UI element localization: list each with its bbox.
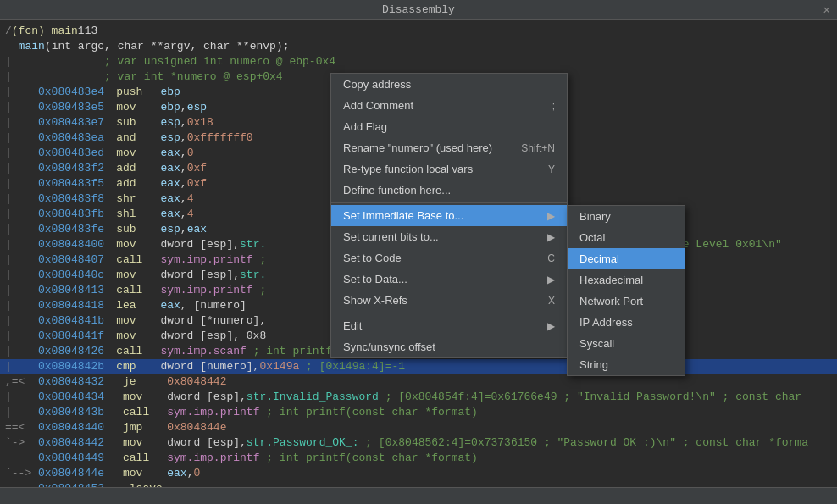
sub-syscall[interactable]: Syscall xyxy=(568,333,685,354)
code-line: | 0x0804843b callsym.imp.printf ; int pr… xyxy=(0,405,837,420)
disassembly-area: / (fcn) main 113 main (int argc, char **… xyxy=(0,20,837,487)
ctx-retype[interactable]: Re-type function local vars Y xyxy=(331,158,567,180)
ctx-separator-2 xyxy=(331,313,567,313)
ctx-set-to-code[interactable]: Set to Code C xyxy=(331,247,567,269)
ctx-set-immediate-base[interactable]: Set Immediate Base to... ▶ Binary Octal … xyxy=(331,205,567,226)
code-line: 0x08048453 leave xyxy=(0,481,837,487)
title-bar: Disassembly ✕ xyxy=(0,0,837,20)
code-line: ==< 0x08048440 jmp0x804844e xyxy=(0,420,837,435)
code-line: 0x08048449 callsym.imp.printf ; int prin… xyxy=(0,451,837,466)
ctx-edit[interactable]: Edit ▶ xyxy=(331,315,567,336)
sub-ip-address[interactable]: IP Address xyxy=(568,312,685,333)
code-line: | ; var unsigned int numero @ ebp-0x4 xyxy=(0,54,837,69)
sub-network-port[interactable]: Network Port xyxy=(568,291,685,312)
ctx-rename[interactable]: Rename "numero" (used here) Shift+N xyxy=(331,137,567,158)
ctx-define-function[interactable]: Define function here... xyxy=(331,180,567,201)
ctx-set-to-data[interactable]: Set to Data... ▶ xyxy=(331,269,567,290)
code-line: | 0x08048434 movdword [esp], str.Invalid… xyxy=(0,390,837,405)
submenu-immediate-base: Binary Octal Decimal Hexadecimal Network… xyxy=(567,205,685,376)
ctx-show-xrefs[interactable]: Show X-Refs X xyxy=(331,290,567,311)
code-line: main (int argc, char **argv, char **envp… xyxy=(0,39,837,54)
code-line: / (fcn) main 113 xyxy=(0,24,837,39)
code-line: ,=< 0x08048432 je0x8048442 xyxy=(0,374,837,390)
sub-binary[interactable]: Binary xyxy=(568,206,685,227)
ctx-add-flag[interactable]: Add Flag xyxy=(331,116,567,137)
ctx-set-current-bits[interactable]: Set current bits to... ▶ xyxy=(331,226,567,247)
code-line-highlighted: | 0x0804842b cmpdword [numero], 0x149a ;… xyxy=(0,359,837,374)
code-line: `-> 0x08048442 movdword [esp], str.Passw… xyxy=(0,435,837,451)
window-title: Disassembly xyxy=(382,3,455,16)
submenu-arrow-icon-4: ▶ xyxy=(547,320,555,332)
main-window: Disassembly ✕ / (fcn) main 113 main (int… xyxy=(0,0,837,504)
status-bar xyxy=(0,487,837,504)
submenu-arrow-icon-2: ▶ xyxy=(547,231,555,243)
ctx-sync-offset[interactable]: Sync/unsync offset xyxy=(331,336,567,357)
sub-octal[interactable]: Octal xyxy=(568,227,685,248)
submenu-arrow-icon: ▶ xyxy=(547,210,555,222)
code-line: `--> 0x0804844e moveax, 0 xyxy=(0,466,837,481)
context-menu: Copy address Add Comment ; Add Flag Rena… xyxy=(330,73,568,358)
submenu-arrow-icon-3: ▶ xyxy=(547,274,555,285)
sub-string[interactable]: String xyxy=(568,354,685,375)
close-button[interactable]: ✕ xyxy=(823,3,830,17)
ctx-add-comment[interactable]: Add Comment ; xyxy=(331,95,567,116)
ctx-separator-1 xyxy=(331,202,567,203)
sub-decimal[interactable]: Decimal xyxy=(568,248,685,269)
ctx-copy-address[interactable]: Copy address xyxy=(331,74,567,95)
sub-hexadecimal[interactable]: Hexadecimal xyxy=(568,269,685,291)
